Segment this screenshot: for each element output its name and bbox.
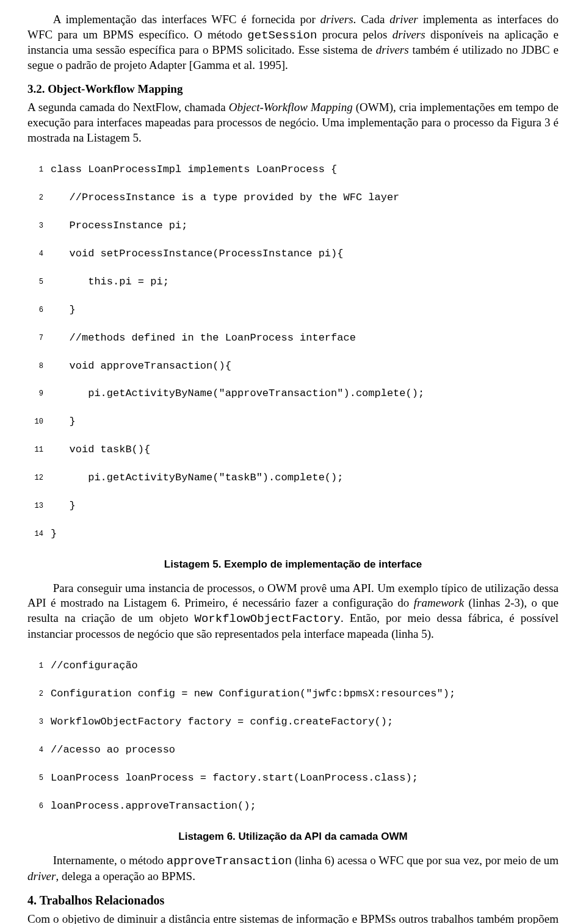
text: (linha 6) acessa o WFC que por sua vez, …	[292, 854, 559, 867]
text: Internamente, o método	[53, 854, 167, 867]
paragraph-4: Internamente, o método approveTransactio…	[27, 853, 559, 884]
text-code: WorkflowObjectFactory	[195, 612, 341, 626]
listing-6-caption: Listagem 6. Utilização da API da camada …	[27, 830, 559, 843]
text: . Cada	[353, 13, 390, 26]
line-number: 3	[27, 219, 51, 233]
text: , delega a operação ao BPMS.	[56, 870, 195, 882]
text-italic: driver	[27, 870, 56, 882]
line-number: 6	[27, 799, 51, 814]
text-code: getSession	[247, 29, 317, 42]
text-italic: framework	[414, 596, 464, 609]
line-number: 1	[27, 659, 51, 673]
line-number: 7	[27, 331, 51, 345]
code-line: }	[51, 527, 559, 541]
paragraph-5: Com o objetivo de diminuir a distância e…	[27, 912, 559, 924]
text-code: approveTransaction	[167, 854, 292, 868]
line-number: 1	[27, 163, 51, 177]
text: Com o objetivo de diminuir a distância e…	[27, 912, 559, 924]
code-line: pi.getActivityByName("approveTransaction…	[51, 387, 559, 401]
code-line: //configuração	[51, 659, 559, 673]
line-number: 6	[27, 303, 51, 317]
text-italic: drivers	[376, 43, 409, 56]
code-line: //ProcessInstance is a type provided by …	[51, 191, 559, 205]
code-line: //methods defined in the LoanProcess int…	[51, 331, 559, 345]
line-number: 9	[27, 387, 51, 401]
line-number: 11	[27, 443, 51, 457]
code-line: void taskB(){	[51, 443, 559, 457]
code-line: loanProcess.approveTransaction();	[51, 799, 559, 814]
code-line: //acesso ao processo	[51, 743, 559, 757]
paragraph-3: Para conseguir uma instancia de processo…	[27, 581, 559, 642]
code-line: }	[51, 499, 559, 513]
code-line: Configuration config = new Configuration…	[51, 687, 559, 701]
code-line: WorkflowObjectFactory factory = config.c…	[51, 715, 559, 729]
line-number: 3	[27, 715, 51, 729]
line-number: 2	[27, 191, 51, 205]
line-number: 2	[27, 687, 51, 701]
code-line: }	[51, 303, 559, 317]
line-number: 4	[27, 743, 51, 757]
line-number: 13	[27, 499, 51, 513]
code-line: void setProcessInstance(ProcessInstance …	[51, 247, 559, 261]
code-line: void approveTransaction(){	[51, 359, 559, 374]
code-line: class LoanProcessImpl implements LoanPro…	[51, 163, 559, 177]
text-italic: Object-Workflow Mapping	[229, 101, 353, 114]
code-line: pi.getActivityByName("taskB").complete()…	[51, 471, 559, 485]
text: A implementação das interfaces WFC é for…	[53, 13, 320, 26]
text-italic: driver	[389, 13, 418, 26]
code-line: }	[51, 415, 559, 429]
line-number: 10	[27, 415, 51, 429]
code-listing-5: 1class LoanProcessImpl implements LoanPr…	[27, 150, 559, 555]
text-italic: drivers	[392, 28, 425, 41]
line-number: 12	[27, 471, 51, 485]
section-4-heading: 4. Trabalhos Relacionados	[27, 892, 559, 908]
line-number: 5	[27, 275, 51, 289]
paragraph-1: A implementação das interfaces WFC é for…	[27, 12, 559, 73]
code-line: LoanProcess loanProcess = factory.start(…	[51, 771, 559, 785]
listing-5-caption: Listagem 5. Exemplo de implementação de …	[27, 558, 559, 571]
text: A segunda camada do NextFlow, chamada	[27, 101, 229, 114]
line-number: 8	[27, 359, 51, 374]
paragraph-2: A segunda camada do NextFlow, chamada Ob…	[27, 100, 559, 145]
code-line: this.pi = pi;	[51, 275, 559, 289]
line-number: 4	[27, 247, 51, 261]
line-number: 14	[27, 527, 51, 541]
code-listing-6: 1//configuração 2Configuration config = …	[27, 646, 559, 828]
line-number: 5	[27, 771, 51, 785]
text: procura pelos	[317, 28, 392, 41]
section-3-2-heading: 3.2. Object-Workflow Mapping	[27, 82, 559, 97]
code-line: ProcessInstance pi;	[51, 219, 559, 233]
text-italic: drivers	[320, 13, 353, 26]
